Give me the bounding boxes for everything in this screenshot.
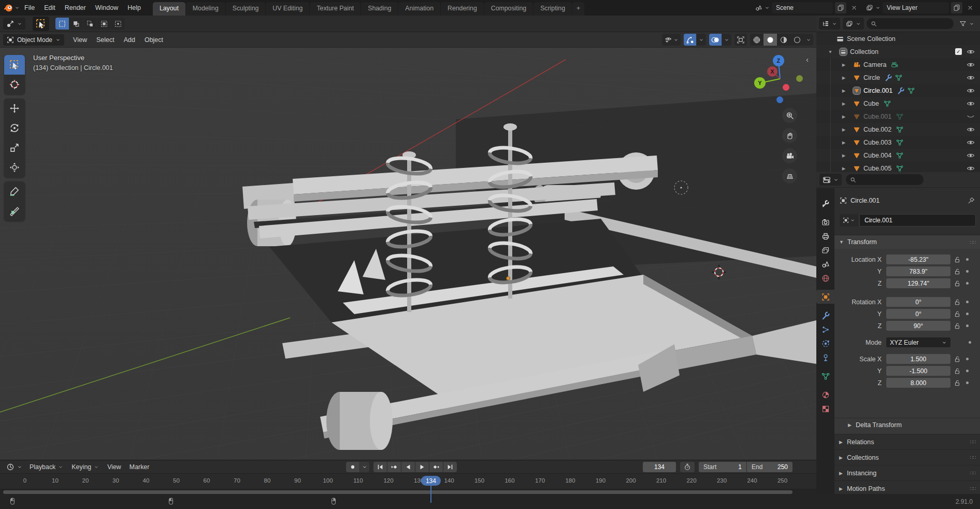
animate-dot[interactable] [966,358,969,360]
triangle-right-icon[interactable]: ▶ [839,166,848,171]
workspace-tab-texture-paint[interactable]: Texture Paint [310,2,361,16]
eye-icon[interactable] [967,74,975,82]
mesh-data-icon[interactable] [895,74,902,81]
timeline-menu-marker[interactable]: Marker [125,463,154,471]
workspace-tab-shading[interactable]: Shading [361,2,398,16]
gizmo-y-neg[interactable] [796,75,803,82]
current-frame-indicator[interactable]: 134 [421,476,441,486]
tool-rotate[interactable] [4,118,25,138]
viewport-menu-object[interactable]: Object [140,36,168,44]
timeline-ruler[interactable]: 134 010203040506070809010011012013014015… [0,474,816,489]
eye-closed-icon[interactable] [967,112,975,121]
mesh-data-icon[interactable] [896,152,903,159]
object-name-field[interactable]: Circle.001 [859,214,976,227]
tool-scale[interactable] [4,138,25,158]
lock-open-icon[interactable] [954,256,961,263]
triangle-right-icon[interactable]: ▶ [839,114,848,119]
animate-dot[interactable] [966,282,969,285]
tab-object[interactable] [816,290,834,304]
outliner-row-cube[interactable]: ▶Cube [816,97,980,110]
triangle-right-icon[interactable]: ▶ [839,88,848,93]
scene-selector[interactable]: Scene [772,2,833,13]
shading-wireframe[interactable] [750,34,763,46]
outliner-row-collection[interactable]: ▼Collection✓ [816,45,980,58]
drag-grip-icon[interactable]: ∷∷ [970,455,975,460]
workspace-tab-animation[interactable]: Animation [398,2,440,16]
tool-move[interactable] [4,98,25,118]
gizmo-z-neg[interactable] [776,96,783,103]
animate-dot[interactable] [966,313,969,315]
outliner-row-camera[interactable]: ▶Camera [816,58,980,71]
tool-select-box[interactable] [4,55,25,75]
keying-dropdown[interactable] [360,462,369,472]
timeline-scrollbar[interactable] [3,490,792,494]
tab-view-layer[interactable] [816,243,834,257]
lock-open-icon[interactable] [954,299,961,306]
workspace-tab-layout[interactable]: Layout [153,2,185,16]
select-mode-invert[interactable] [97,18,111,30]
pan-button[interactable] [782,128,797,143]
outliner-row-cube-001[interactable]: ▶Cube.001 [816,110,980,123]
lock-open-icon[interactable] [954,310,961,318]
mode-dropdown[interactable]: Object Mode [3,34,64,46]
shading-rendered[interactable] [790,34,804,46]
pin-icon[interactable] [968,197,975,204]
tab-material[interactable] [816,388,834,402]
lock-open-icon[interactable] [954,280,961,287]
properties-editor-type-dropdown[interactable] [819,174,842,186]
gizmo-dropdown[interactable] [697,34,706,46]
tool-measure[interactable] [4,201,25,221]
shading-solid[interactable] [763,34,777,46]
drag-grip-icon[interactable]: ∷∷ [970,439,975,445]
select-mode-intersect[interactable] [111,18,125,30]
tab-world[interactable] [816,271,834,285]
menu-render[interactable]: Render [60,0,91,16]
outliner-row-cube-003[interactable]: ▶Cube.003 [816,136,980,149]
rotation-field[interactable]: 0° [886,309,950,319]
drag-grip-icon[interactable]: ∷∷ [970,470,975,476]
eye-icon[interactable] [967,138,975,147]
location-field[interactable]: 129.74" [886,278,950,288]
viewport-canvas[interactable] [0,32,816,460]
current-frame-field[interactable]: 134 [643,462,676,472]
perspective-toggle-button[interactable] [782,168,797,183]
panel-relations[interactable]: ▶Relations∷∷ [834,434,980,449]
select-mode-new[interactable] [55,18,69,30]
menu-file[interactable]: File [20,0,39,16]
mesh-data-icon[interactable] [896,113,903,120]
active-tool-button[interactable] [33,17,49,31]
lock-open-icon[interactable] [954,268,961,275]
tool-transform[interactable] [4,158,25,177]
location-field[interactable]: -85.23" [886,254,950,264]
viewport-menu-select[interactable]: Select [92,36,119,44]
eye-icon[interactable] [967,48,975,56]
tool-cursor[interactable] [4,75,25,94]
rotation-field[interactable]: 90° [886,321,950,331]
eye-icon[interactable] [967,164,975,173]
animate-dot[interactable] [966,324,969,327]
outliner-filter-dropdown[interactable] [956,18,977,30]
menu-window[interactable]: Window [91,0,123,16]
xray-toggle[interactable] [734,34,747,46]
chevron-down-icon[interactable] [765,5,770,10]
timeline-menu-playback[interactable]: Playback [25,463,67,471]
gizmo-x-axis[interactable]: X [767,66,777,77]
tab-particles[interactable] [816,322,834,336]
triangle-right-icon[interactable]: ▶ [839,127,848,132]
tab-object-data[interactable] [816,369,834,383]
drag-grip-icon[interactable]: ∷∷ [970,486,975,491]
outliner-search-input[interactable] [867,18,954,29]
camera-data-icon[interactable] [891,61,898,68]
animate-dot[interactable] [966,301,969,303]
triangle-right-icon[interactable]: ▶ [839,101,848,106]
mesh-data-icon[interactable] [884,100,891,107]
tab-tool[interactable] [816,196,834,210]
tab-texture[interactable] [816,402,834,416]
eye-icon[interactable] [967,125,975,134]
delta-transform-subpanel[interactable]: ▶ Delta Transform [834,418,980,431]
gizmo-y-axis[interactable]: Y [754,77,766,89]
menu-help[interactable]: Help [123,0,146,16]
prev-keyframe-button[interactable] [387,462,401,472]
lock-open-icon[interactable] [954,379,961,387]
play-reverse-button[interactable] [401,462,415,472]
